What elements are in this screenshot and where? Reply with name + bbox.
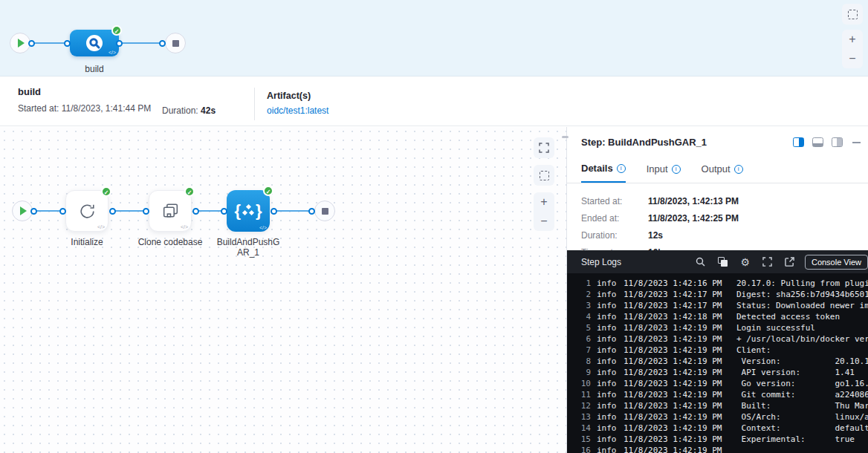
zoom-out-button[interactable]: − bbox=[534, 212, 554, 231]
log-line-number: 13 bbox=[573, 411, 591, 423]
log-line: 9 info 11/8/2023 1:42:19 PM API version:… bbox=[573, 367, 868, 378]
step-end-node[interactable] bbox=[314, 201, 335, 221]
log-line-number: 2 bbox=[573, 289, 591, 300]
build-duration: Duration: 42s bbox=[162, 105, 216, 116]
step-node-initialize[interactable]: ✓ </> bbox=[65, 190, 108, 232]
node-port bbox=[30, 208, 37, 215]
artifacts-label: Artifact(s) bbox=[267, 91, 328, 101]
success-check-icon: ✓ bbox=[101, 186, 111, 197]
stage-node-build[interactable]: ✓ </> bbox=[70, 30, 119, 56]
dashed-square-icon bbox=[540, 171, 549, 180]
node-port bbox=[308, 208, 315, 215]
detail-value: 11/8/2023, 1:42:25 PM bbox=[648, 213, 739, 224]
stage-label: build bbox=[57, 64, 132, 74]
node-port bbox=[192, 208, 199, 215]
step-label-initialize: Initialize bbox=[42, 237, 132, 247]
log-timestamp: 11/8/2023 1:42:19 PM bbox=[624, 333, 728, 345]
log-line: 4 info 11/8/2023 1:42:18 PM Detected acc… bbox=[573, 311, 868, 322]
zoom-in-button[interactable]: + bbox=[534, 192, 554, 212]
search-icon bbox=[696, 257, 705, 267]
open-logs-external-button[interactable] bbox=[785, 257, 794, 267]
gar-registry-icon: { } bbox=[234, 201, 262, 221]
node-port bbox=[116, 40, 123, 47]
step-logs-panel: Step Logs ⚙ bbox=[567, 250, 868, 453]
log-level: info bbox=[597, 311, 618, 322]
artifact-link[interactable]: oidc/test1:latest bbox=[267, 105, 328, 116]
search-logs-button[interactable] bbox=[696, 257, 705, 267]
log-line-number: 9 bbox=[573, 367, 591, 378]
log-message: OS/Arch: linux/amd64 bbox=[736, 411, 868, 423]
node-port bbox=[28, 40, 35, 47]
info-icon: i bbox=[672, 165, 681, 174]
node-port bbox=[221, 208, 227, 215]
edge-connector bbox=[196, 210, 224, 212]
node-port bbox=[271, 208, 277, 215]
copy-logs-button[interactable] bbox=[718, 257, 728, 267]
build-summary: build Started at: 11/8/2023, 1:41:44 PM bbox=[18, 86, 162, 114]
fit-to-screen-button[interactable] bbox=[534, 137, 554, 158]
tab-details[interactable]: Details i bbox=[581, 163, 626, 183]
log-timestamp: 11/8/2023 1:42:16 PM bbox=[624, 278, 728, 289]
log-level: info bbox=[597, 423, 618, 434]
zoom-out-button[interactable]: − bbox=[842, 49, 863, 68]
detail-label: Ended at: bbox=[581, 213, 648, 224]
panel-resize-handle[interactable] bbox=[562, 136, 569, 138]
console-view-button[interactable]: Console View bbox=[805, 255, 868, 270]
log-message: Go version: go1.16.15 bbox=[736, 378, 868, 389]
log-message bbox=[736, 445, 868, 453]
log-level: info bbox=[597, 278, 618, 289]
log-line-number: 14 bbox=[573, 423, 591, 434]
log-line: 3 info 11/8/2023 1:42:17 PM Status: Down… bbox=[573, 300, 868, 311]
artifacts-block: Artifact(s) oidc/test1:latest bbox=[267, 86, 328, 116]
stage-start-node[interactable] bbox=[10, 33, 30, 53]
minimize-panel-button[interactable] bbox=[852, 142, 861, 143]
code-icon: </> bbox=[97, 224, 105, 229]
log-timestamp: 11/8/2023 1:42:19 PM bbox=[624, 411, 728, 423]
edge-connector bbox=[113, 210, 145, 212]
panel-tabs: Details i Input i Output i bbox=[567, 152, 868, 183]
play-icon bbox=[20, 206, 27, 215]
code-icon: </> bbox=[259, 225, 267, 230]
code-icon: </> bbox=[108, 50, 116, 55]
step-graph-canvas[interactable]: ✓ </> ✓ </> { } bbox=[0, 127, 566, 453]
step-logs-header: Step Logs ⚙ bbox=[567, 250, 868, 273]
log-level: info bbox=[597, 300, 618, 311]
build-started-at: Started at: 11/8/2023, 1:41:44 PM bbox=[18, 103, 162, 114]
zoom-in-button[interactable]: + bbox=[842, 30, 863, 49]
band-zoom-controls: + − bbox=[842, 30, 863, 68]
step-start-node[interactable] bbox=[12, 201, 33, 221]
marquee-select-button[interactable] bbox=[534, 165, 554, 186]
node-port bbox=[143, 208, 149, 215]
layout-split-panel-button[interactable] bbox=[832, 137, 843, 147]
log-line-number: 10 bbox=[573, 378, 591, 389]
step-node-buildandpushgar[interactable]: { } ✓ </> bbox=[227, 190, 270, 232]
tab-input[interactable]: Input i bbox=[647, 163, 681, 183]
log-message: 20.17.0: Pulling from plugins/gar bbox=[736, 278, 868, 289]
expand-logs-button[interactable] bbox=[762, 257, 772, 267]
tab-output[interactable]: Output i bbox=[702, 163, 743, 183]
step-node-clone-codebase[interactable]: ✓ </> bbox=[149, 190, 192, 232]
layout-bottom-panel-button[interactable] bbox=[812, 137, 823, 147]
step-panel-title: Step: BuildAndPushGAR_1 bbox=[581, 137, 785, 148]
log-timestamp: 11/8/2023 1:42:17 PM bbox=[624, 300, 728, 311]
info-icon: i bbox=[617, 164, 626, 173]
log-message: Login successful bbox=[736, 322, 868, 333]
stage-end-node[interactable] bbox=[165, 33, 186, 53]
log-line: 14 info 11/8/2023 1:42:19 PM Context: de… bbox=[573, 423, 868, 434]
log-level: info bbox=[597, 289, 618, 300]
log-settings-button[interactable]: ⚙ bbox=[740, 257, 750, 267]
log-line-number: 5 bbox=[573, 322, 591, 333]
log-message: + /usr/local/bin/docker version bbox=[736, 333, 868, 345]
log-lines[interactable]: 1 info 11/8/2023 1:42:16 PM 20.17.0: Pul… bbox=[567, 273, 868, 453]
success-check-icon: ✓ bbox=[263, 186, 273, 196]
panel-header: Step: BuildAndPushGAR_1 bbox=[567, 127, 868, 152]
layout-right-panel-button[interactable] bbox=[793, 137, 804, 147]
log-line-number: 16 bbox=[573, 445, 591, 453]
build-info-bar: build Started at: 11/8/2023, 1:41:44 PM … bbox=[0, 77, 868, 126]
log-line-number: 4 bbox=[573, 311, 591, 322]
ci-stage-icon bbox=[85, 34, 103, 52]
code-icon: </> bbox=[181, 224, 188, 229]
success-check-icon: ✓ bbox=[184, 186, 195, 197]
marquee-select-button[interactable] bbox=[842, 4, 863, 25]
tab-label: Details bbox=[581, 163, 613, 174]
